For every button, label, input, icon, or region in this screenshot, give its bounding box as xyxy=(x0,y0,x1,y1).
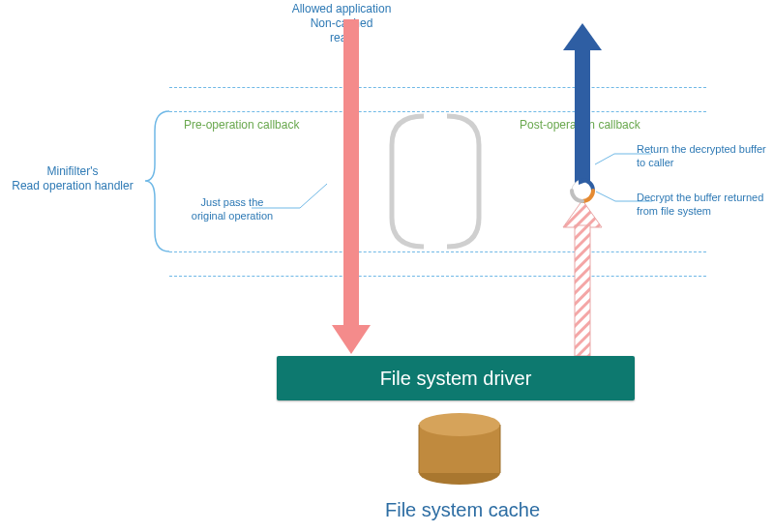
down-arrow-icon xyxy=(327,19,375,356)
pre-note: Just pass the original operation xyxy=(184,196,281,223)
right-bracket-icon xyxy=(445,116,484,247)
minifilter-label: Minifilter's Read operation handler xyxy=(0,164,145,193)
left-bracket-icon xyxy=(387,116,426,247)
dashed-upper-inner xyxy=(169,111,706,112)
file-system-driver-box: File system driver xyxy=(277,356,635,400)
svg-rect-5 xyxy=(575,225,590,356)
svg-rect-7 xyxy=(575,48,590,189)
file-system-cache-label: File system cache xyxy=(366,498,559,522)
file-system-driver-label: File system driver xyxy=(380,368,532,390)
post-note-bottom: Decrypt the buffer returned from file sy… xyxy=(637,192,770,219)
svg-marker-1 xyxy=(332,325,371,354)
dashed-lower-inner xyxy=(169,251,706,252)
post-note-top: Return the decrypted buffer to caller xyxy=(637,143,770,170)
svg-marker-6 xyxy=(563,23,602,50)
svg-point-12 xyxy=(419,413,500,436)
brace-icon xyxy=(145,111,174,251)
svg-rect-0 xyxy=(343,19,359,329)
decrypt-ring-icon xyxy=(568,176,597,205)
pre-callback-label: Pre-operation callback xyxy=(184,118,299,133)
cylinder-icon xyxy=(411,411,508,488)
hatched-up-arrow-icon xyxy=(558,198,607,358)
dashed-bottom xyxy=(169,276,706,277)
dashed-top xyxy=(169,87,706,88)
